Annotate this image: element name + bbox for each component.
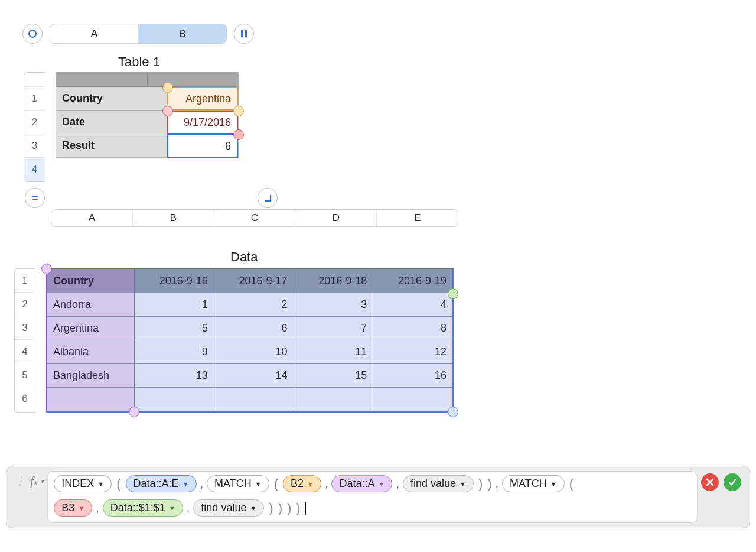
range-handle-icon[interactable] bbox=[41, 264, 52, 274]
data-cell[interactable]: 9 bbox=[135, 340, 214, 364]
data-cell[interactable]: 6 bbox=[214, 317, 294, 340]
data-cell[interactable]: Argentina bbox=[47, 317, 135, 340]
data-cell[interactable] bbox=[294, 388, 374, 411]
col-C[interactable]: C bbox=[214, 210, 296, 226]
row-num[interactable]: 2 bbox=[15, 293, 35, 316]
row-num[interactable]: 4 bbox=[15, 340, 35, 363]
range-handle-icon[interactable] bbox=[448, 288, 458, 299]
svg-point-0 bbox=[29, 30, 36, 37]
data-cell[interactable]: 5 bbox=[135, 317, 214, 340]
row-num[interactable]: 5 bbox=[15, 363, 35, 387]
header-date[interactable]: 2016-9-17 bbox=[214, 269, 294, 293]
header-date[interactable]: 2016-9-19 bbox=[373, 269, 452, 293]
selection-handle-icon[interactable] bbox=[162, 82, 173, 93]
table1-grid[interactable]: Country Argentina Date 9/17/2016 Result … bbox=[56, 72, 239, 158]
col-B[interactable]: B bbox=[133, 210, 214, 226]
col-A[interactable]: A bbox=[50, 24, 138, 43]
col-B[interactable]: B bbox=[138, 24, 226, 43]
row-num-selected[interactable]: 4 bbox=[24, 158, 45, 181]
col-E[interactable]: E bbox=[377, 210, 458, 226]
data-cell[interactable]: 3 bbox=[294, 293, 374, 317]
column-selector[interactable]: A B bbox=[50, 24, 227, 44]
data-cell[interactable] bbox=[47, 388, 135, 411]
data-cell[interactable]: 7 bbox=[294, 317, 374, 340]
header-date[interactable]: 2016-9-16 bbox=[135, 269, 214, 293]
row-num[interactable]: 1 bbox=[15, 269, 35, 293]
data-cell[interactable]: 15 bbox=[294, 364, 374, 388]
data-title: Data bbox=[230, 249, 744, 265]
data-cell[interactable] bbox=[135, 388, 214, 411]
corner-icon[interactable] bbox=[258, 188, 278, 208]
selection-handle-icon[interactable] bbox=[233, 106, 244, 116]
row-num[interactable]: 3 bbox=[24, 134, 45, 158]
data-cell[interactable]: Bangladesh bbox=[47, 364, 135, 388]
data-cell[interactable]: 14 bbox=[214, 364, 294, 388]
selection-handle-icon[interactable] bbox=[162, 106, 173, 116]
data-cell[interactable]: 16 bbox=[373, 364, 452, 388]
data-columns-bar[interactable]: A B C D E bbox=[51, 209, 458, 227]
svg-rect-2 bbox=[245, 30, 247, 37]
label-date[interactable]: Date bbox=[56, 111, 167, 134]
data-cell[interactable]: 10 bbox=[214, 340, 294, 364]
data-cell[interactable]: 2 bbox=[214, 293, 294, 317]
data-cell[interactable]: 8 bbox=[373, 317, 452, 340]
data-cell[interactable] bbox=[214, 388, 294, 411]
data-cell[interactable]: 13 bbox=[135, 364, 214, 388]
label-country[interactable]: Country bbox=[56, 87, 167, 111]
row-num[interactable]: 1 bbox=[24, 87, 45, 111]
header-date[interactable]: 2016-9-18 bbox=[294, 269, 374, 293]
header-country[interactable]: Country bbox=[47, 269, 135, 293]
range-handle-icon[interactable] bbox=[448, 407, 458, 417]
record-icon[interactable] bbox=[22, 24, 43, 44]
data-cell[interactable]: Albania bbox=[47, 340, 135, 364]
row-num-blank bbox=[24, 73, 45, 87]
range-handle-icon[interactable] bbox=[129, 407, 139, 417]
row-num[interactable]: 2 bbox=[24, 111, 45, 134]
row-num[interactable]: 6 bbox=[15, 387, 35, 411]
data-grid[interactable]: Country 2016-9-16 2016-9-17 2016-9-18 20… bbox=[46, 268, 454, 413]
cell-B4[interactable]: 6 bbox=[167, 134, 238, 158]
col-D[interactable]: D bbox=[295, 210, 377, 226]
selection-handle-icon[interactable] bbox=[233, 129, 244, 140]
data-cell[interactable]: 11 bbox=[294, 340, 374, 364]
data-cell[interactable]: 12 bbox=[373, 340, 452, 364]
row-num[interactable]: 3 bbox=[15, 316, 35, 340]
table1-title: Table 1 bbox=[118, 54, 744, 70]
pause-icon[interactable] bbox=[234, 24, 254, 44]
data-cell[interactable]: 4 bbox=[373, 293, 452, 317]
cell-B2[interactable]: Argentina bbox=[167, 87, 238, 111]
svg-rect-1 bbox=[241, 30, 243, 37]
col-A[interactable]: A bbox=[51, 210, 133, 226]
data-cell[interactable]: 1 bbox=[135, 293, 214, 317]
equals-icon[interactable]: = bbox=[25, 188, 45, 208]
cell-B3[interactable]: 9/17/2016 bbox=[167, 111, 238, 134]
data-cell[interactable] bbox=[373, 388, 452, 411]
label-result[interactable]: Result bbox=[56, 134, 167, 158]
data-cell[interactable]: Andorra bbox=[47, 293, 135, 317]
